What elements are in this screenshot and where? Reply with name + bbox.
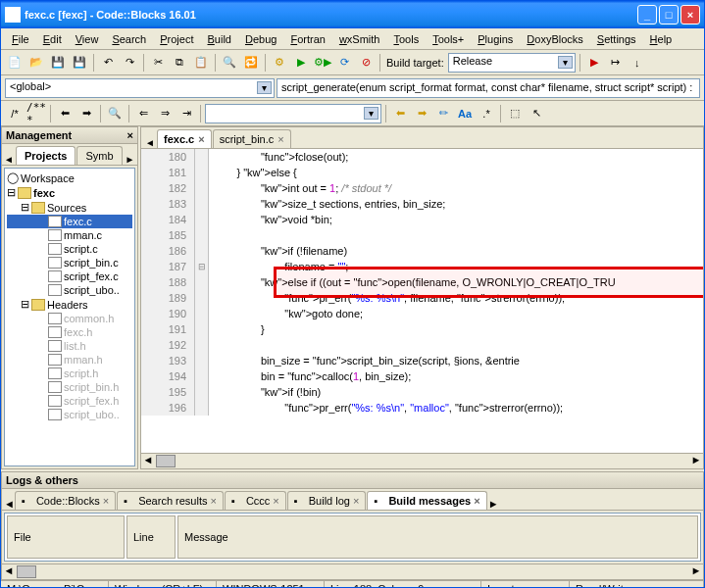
doxy-block-icon[interactable]: /** * <box>26 104 46 123</box>
tab-symbols[interactable]: Symb <box>76 146 122 165</box>
next-icon[interactable]: ⇒ <box>155 104 175 123</box>
etab-prev-icon[interactable]: ◄ <box>143 137 157 148</box>
code-line[interactable]: 187⊟ filename = ""; <box>141 259 703 274</box>
menu-debug[interactable]: Debug <box>238 31 283 47</box>
tree-file-mman-c[interactable]: mman.c <box>7 228 132 242</box>
paste-icon[interactable]: 📋 <box>191 53 211 73</box>
save-all-icon[interactable]: 💾 <box>70 53 89 73</box>
code-line[interactable]: 188 "kw">else if ((out = "func">open(fil… <box>141 274 703 290</box>
code-line[interactable]: 189 "func">pr_err("%s: %s\n", filename, … <box>141 290 703 306</box>
menu-view[interactable]: View <box>69 31 106 47</box>
mgmt-tab-prev-icon[interactable]: ◄ <box>2 154 16 165</box>
tree-file-list-h[interactable]: list.h <box>7 339 132 353</box>
ltab-prev-icon[interactable]: ◄ <box>4 498 15 510</box>
code-line[interactable]: 193 bin_size = "func">script_bin_size(sc… <box>141 353 703 368</box>
build-icon[interactable]: ⚙ <box>270 53 289 73</box>
code-line[interactable]: 184 "kw">void *bin; <box>141 212 703 227</box>
code-line[interactable]: 186 "kw">if (!filename) <box>141 243 703 259</box>
tab-close-icon[interactable]: × <box>273 495 278 507</box>
code-line[interactable]: 182 "kw">int out = 1; /* stdout */ <box>141 180 703 196</box>
cut-icon[interactable]: ✂ <box>148 53 168 73</box>
code-line[interactable]: 192 <box>141 337 703 353</box>
save-icon[interactable]: 💾 <box>48 53 68 73</box>
maximize-button[interactable]: □ <box>659 5 679 24</box>
tab-close-icon[interactable]: × <box>353 495 359 507</box>
abort-icon[interactable]: ⊘ <box>356 53 376 73</box>
doxy-comment-icon[interactable]: /* <box>5 104 25 123</box>
logs-scrollbar[interactable]: ◄ ► <box>2 564 703 579</box>
tab-close-icon[interactable]: × <box>277 133 283 145</box>
tree-file-script_bin-c[interactable]: script_bin.c <box>7 256 132 270</box>
close-button[interactable]: × <box>680 5 700 24</box>
find-icon[interactable]: 🔍 <box>220 53 239 73</box>
code-line[interactable]: 183 "kw">size_t sections, entries, bin_s… <box>141 196 703 212</box>
copy-icon[interactable]: ⧉ <box>170 53 189 73</box>
rebuild-icon[interactable]: ⟳ <box>334 53 354 73</box>
code-line[interactable]: 185 <box>141 227 703 243</box>
tree-folder-sources[interactable]: ⊟ Sources <box>7 200 132 215</box>
debug-step-icon[interactable]: ↓ <box>628 53 647 73</box>
code-line[interactable]: 181 } "kw">else { <box>141 165 703 180</box>
tree-file-mman-h[interactable]: mman.h <box>7 353 132 367</box>
code-line[interactable]: 196 "func">pr_err("%s: %s\n", "malloc", … <box>141 400 703 416</box>
tree-file-fexc-c[interactable]: fexc.c <box>7 215 132 228</box>
tab-projects[interactable]: Projects <box>16 146 76 165</box>
tree-file-script_uboot-c[interactable]: script_ubo.. <box>7 283 132 297</box>
menu-tools+[interactable]: Tools+ <box>426 31 471 47</box>
jump-combo[interactable] <box>205 104 381 123</box>
management-close-icon[interactable]: × <box>127 129 133 141</box>
log-tab-build-log[interactable]: ▪Build log× <box>287 491 367 510</box>
regex-icon[interactable]: .* <box>477 104 496 123</box>
search-icon[interactable]: 🔍 <box>105 104 125 123</box>
tree-file-script-h[interactable]: script.h <box>7 367 132 380</box>
menu-build[interactable]: Build <box>201 31 238 47</box>
tree-project[interactable]: ⊟ fexc <box>7 185 132 200</box>
pointer-icon[interactable]: ↖ <box>527 104 546 123</box>
log-col-file[interactable]: File <box>7 515 125 559</box>
scope-combo[interactable]: <global> <box>5 78 275 98</box>
build-run-icon[interactable]: ⚙▶ <box>313 53 332 73</box>
menu-tools[interactable]: Tools <box>386 31 426 47</box>
build-messages-table[interactable]: FileLineMessage <box>4 513 701 562</box>
back-icon[interactable]: ⬅ <box>55 104 75 123</box>
highlight2-icon[interactable]: ➡ <box>412 104 431 123</box>
tree-file-common-h[interactable]: common.h <box>7 312 132 325</box>
tab-close-icon[interactable]: × <box>474 495 479 507</box>
code-line[interactable]: 195 "kw">if (!bin) <box>141 384 703 400</box>
log-tab-search-results[interactable]: ▪Search results× <box>117 491 224 510</box>
ltab-next-icon[interactable]: ► <box>488 498 499 510</box>
tree-file-script_uboot-h[interactable]: script_ubo.. <box>7 408 132 421</box>
undo-icon[interactable]: ↶ <box>98 53 118 73</box>
code-line[interactable]: 190 "kw">goto done; <box>141 306 703 321</box>
debug-continue-icon[interactable]: ↦ <box>606 53 626 73</box>
log-tab-build-messages[interactable]: ▪Build messages× <box>367 491 486 510</box>
tab-close-icon[interactable]: × <box>103 495 109 507</box>
log-tab-cccc[interactable]: ▪Cccc× <box>225 491 286 510</box>
menu-settings[interactable]: Settings <box>590 31 643 47</box>
log-col-line[interactable]: Line <box>126 515 176 559</box>
highlight-icon[interactable]: ⬅ <box>390 104 410 123</box>
project-tree[interactable]: ◯ Workspace⊟ fexc⊟ Sources fexc.c mman.c… <box>4 168 135 466</box>
open-file-icon[interactable]: 📂 <box>26 53 46 73</box>
log-tab-code-blocks[interactable]: ▪Code::Blocks× <box>15 491 116 510</box>
menu-doxyblocks[interactable]: DoxyBlocks <box>520 31 589 47</box>
run-icon[interactable]: ▶ <box>291 53 311 73</box>
code-line[interactable]: 180 "func">fclose(out); <box>141 149 703 165</box>
mgmt-tab-next-icon[interactable]: ► <box>124 154 137 165</box>
redo-icon[interactable]: ↷ <box>120 53 139 73</box>
menu-help[interactable]: Help <box>643 31 680 47</box>
menu-file[interactable]: File <box>5 31 36 47</box>
replace-icon[interactable]: 🔁 <box>241 53 261 73</box>
tree-file-fexc-h[interactable]: fexc.h <box>7 325 132 339</box>
menu-fortran[interactable]: Fortran <box>283 31 331 47</box>
log-col-message[interactable]: Message <box>177 515 698 559</box>
last-icon[interactable]: ⇥ <box>176 104 196 123</box>
tab-close-icon[interactable]: × <box>198 133 204 145</box>
minimize-button[interactable]: _ <box>637 5 657 24</box>
code-line[interactable]: 194 bin = "func">calloc(1, bin_size); <box>141 368 703 384</box>
tab-close-icon[interactable]: × <box>210 495 216 507</box>
editor-tab-script_bin-c[interactable]: script_bin.c× <box>213 129 291 148</box>
text-icon[interactable]: Aa <box>455 104 475 123</box>
menu-edit[interactable]: Edit <box>36 31 69 47</box>
debug-run-icon[interactable]: ▶ <box>584 53 604 73</box>
